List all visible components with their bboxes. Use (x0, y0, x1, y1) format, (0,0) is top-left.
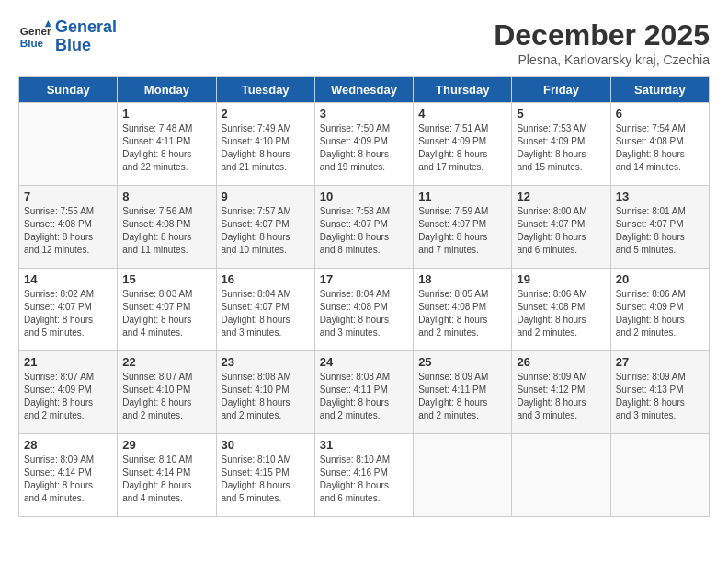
weekday-header-friday: Friday (512, 77, 610, 103)
calendar-cell (19, 103, 118, 186)
day-info: Sunrise: 8:06 AM Sunset: 4:09 PM Dayligh… (616, 288, 704, 339)
day-number: 5 (517, 107, 605, 121)
calendar-cell: 29Sunrise: 8:10 AM Sunset: 4:14 PM Dayli… (118, 434, 216, 517)
day-info: Sunrise: 8:04 AM Sunset: 4:08 PM Dayligh… (320, 288, 408, 339)
calendar-cell: 14Sunrise: 8:02 AM Sunset: 4:07 PM Dayli… (19, 269, 118, 351)
day-info: Sunrise: 8:06 AM Sunset: 4:08 PM Dayligh… (517, 288, 605, 339)
day-number: 24 (320, 355, 408, 369)
day-info: Sunrise: 8:09 AM Sunset: 4:13 PM Dayligh… (616, 371, 704, 422)
day-info: Sunrise: 7:56 AM Sunset: 4:08 PM Dayligh… (122, 205, 210, 257)
calendar-cell: 30Sunrise: 8:10 AM Sunset: 4:15 PM Dayli… (216, 434, 314, 517)
calendar-cell: 3Sunrise: 7:50 AM Sunset: 4:09 PM Daylig… (314, 103, 413, 186)
calendar-week-2: 7Sunrise: 7:55 AM Sunset: 4:08 PM Daylig… (19, 186, 710, 269)
calendar-cell: 19Sunrise: 8:06 AM Sunset: 4:08 PM Dayli… (512, 269, 610, 351)
day-info: Sunrise: 8:03 AM Sunset: 4:07 PM Dayligh… (122, 288, 210, 339)
day-info: Sunrise: 7:59 AM Sunset: 4:07 PM Dayligh… (418, 205, 506, 257)
day-number: 28 (24, 438, 112, 452)
day-info: Sunrise: 8:08 AM Sunset: 4:11 PM Dayligh… (320, 371, 408, 422)
calendar-cell: 12Sunrise: 8:00 AM Sunset: 4:07 PM Dayli… (512, 186, 610, 269)
calendar-cell: 13Sunrise: 8:01 AM Sunset: 4:07 PM Dayli… (610, 186, 709, 269)
logo-text-line1: General (55, 18, 117, 37)
logo-icon: General Blue (18, 20, 51, 53)
location-subtitle: Plesna, Karlovarsky kraj, Czechia (494, 52, 710, 67)
calendar-cell: 15Sunrise: 8:03 AM Sunset: 4:07 PM Dayli… (118, 269, 216, 351)
day-info: Sunrise: 7:57 AM Sunset: 4:07 PM Dayligh… (222, 205, 310, 257)
day-number: 25 (418, 355, 506, 369)
day-info: Sunrise: 8:08 AM Sunset: 4:10 PM Dayligh… (222, 371, 310, 422)
day-info: Sunrise: 7:49 AM Sunset: 4:10 PM Dayligh… (222, 122, 310, 174)
calendar-cell: 11Sunrise: 7:59 AM Sunset: 4:07 PM Dayli… (414, 186, 512, 269)
day-info: Sunrise: 8:00 AM Sunset: 4:07 PM Dayligh… (517, 205, 605, 257)
day-number: 23 (222, 355, 310, 369)
weekday-header-thursday: Thursday (414, 77, 512, 103)
calendar-cell: 28Sunrise: 8:09 AM Sunset: 4:14 PM Dayli… (19, 434, 118, 517)
day-info: Sunrise: 8:02 AM Sunset: 4:07 PM Dayligh… (24, 288, 112, 339)
day-number: 19 (517, 272, 605, 286)
day-number: 1 (122, 107, 210, 121)
day-info: Sunrise: 7:58 AM Sunset: 4:07 PM Dayligh… (320, 205, 408, 257)
calendar-cell: 6Sunrise: 7:54 AM Sunset: 4:08 PM Daylig… (610, 103, 709, 186)
day-number: 9 (222, 190, 310, 203)
day-number: 4 (418, 107, 506, 121)
month-title: December 2025 (494, 18, 710, 52)
day-number: 12 (517, 190, 605, 203)
calendar-cell: 18Sunrise: 8:05 AM Sunset: 4:08 PM Dayli… (414, 269, 512, 351)
calendar-cell: 9Sunrise: 7:57 AM Sunset: 4:07 PM Daylig… (216, 186, 314, 269)
day-number: 22 (122, 355, 210, 369)
calendar-cell: 2Sunrise: 7:49 AM Sunset: 4:10 PM Daylig… (216, 103, 314, 186)
day-info: Sunrise: 7:55 AM Sunset: 4:08 PM Dayligh… (24, 205, 112, 257)
day-info: Sunrise: 8:07 AM Sunset: 4:09 PM Dayligh… (24, 371, 112, 422)
logo-text-line2: Blue (55, 37, 117, 55)
calendar-cell: 26Sunrise: 8:09 AM Sunset: 4:12 PM Dayli… (512, 351, 610, 434)
day-number: 20 (616, 272, 704, 286)
day-info: Sunrise: 7:54 AM Sunset: 4:08 PM Dayligh… (616, 122, 704, 174)
day-number: 17 (320, 272, 408, 286)
day-number: 8 (122, 190, 210, 203)
day-number: 30 (222, 438, 310, 452)
day-info: Sunrise: 8:10 AM Sunset: 4:15 PM Dayligh… (222, 454, 310, 505)
weekday-header-saturday: Saturday (610, 77, 709, 103)
calendar-cell: 24Sunrise: 8:08 AM Sunset: 4:11 PM Dayli… (314, 351, 413, 434)
day-number: 2 (222, 107, 310, 121)
day-info: Sunrise: 8:05 AM Sunset: 4:08 PM Dayligh… (418, 288, 506, 339)
calendar-cell: 22Sunrise: 8:07 AM Sunset: 4:10 PM Dayli… (118, 351, 216, 434)
day-number: 29 (122, 438, 210, 452)
calendar-cell: 27Sunrise: 8:09 AM Sunset: 4:13 PM Dayli… (610, 351, 709, 434)
day-info: Sunrise: 8:09 AM Sunset: 4:12 PM Dayligh… (517, 371, 605, 422)
day-number: 18 (418, 272, 506, 286)
day-info: Sunrise: 8:10 AM Sunset: 4:16 PM Dayligh… (320, 454, 408, 505)
day-number: 7 (24, 190, 112, 203)
calendar-cell: 1Sunrise: 7:48 AM Sunset: 4:11 PM Daylig… (118, 103, 216, 186)
page-header: General Blue General Blue December 2025 … (18, 18, 710, 67)
weekday-header-wednesday: Wednesday (314, 77, 413, 103)
weekday-header-monday: Monday (118, 77, 216, 103)
weekday-header-sunday: Sunday (19, 77, 118, 103)
day-number: 3 (320, 107, 408, 121)
day-number: 16 (222, 272, 310, 286)
calendar-table: SundayMondayTuesdayWednesdayThursdayFrid… (18, 76, 710, 517)
day-number: 31 (320, 438, 408, 452)
logo: General Blue General Blue (18, 18, 117, 55)
day-number: 10 (320, 190, 408, 203)
calendar-cell: 5Sunrise: 7:53 AM Sunset: 4:09 PM Daylig… (512, 103, 610, 186)
day-number: 26 (517, 355, 605, 369)
calendar-cell: 23Sunrise: 8:08 AM Sunset: 4:10 PM Dayli… (216, 351, 314, 434)
calendar-cell: 20Sunrise: 8:06 AM Sunset: 4:09 PM Dayli… (610, 269, 709, 351)
calendar-week-5: 28Sunrise: 8:09 AM Sunset: 4:14 PM Dayli… (19, 434, 710, 517)
calendar-week-3: 14Sunrise: 8:02 AM Sunset: 4:07 PM Dayli… (19, 269, 710, 351)
day-info: Sunrise: 7:51 AM Sunset: 4:09 PM Dayligh… (418, 122, 506, 174)
day-info: Sunrise: 8:10 AM Sunset: 4:14 PM Dayligh… (122, 454, 210, 505)
day-number: 21 (24, 355, 112, 369)
day-info: Sunrise: 7:48 AM Sunset: 4:11 PM Dayligh… (122, 122, 210, 174)
day-number: 13 (616, 190, 704, 203)
calendar-cell: 10Sunrise: 7:58 AM Sunset: 4:07 PM Dayli… (314, 186, 413, 269)
calendar-cell: 7Sunrise: 7:55 AM Sunset: 4:08 PM Daylig… (19, 186, 118, 269)
day-info: Sunrise: 8:01 AM Sunset: 4:07 PM Dayligh… (616, 205, 704, 257)
calendar-cell: 31Sunrise: 8:10 AM Sunset: 4:16 PM Dayli… (314, 434, 413, 517)
calendar-cell: 8Sunrise: 7:56 AM Sunset: 4:08 PM Daylig… (118, 186, 216, 269)
day-info: Sunrise: 8:09 AM Sunset: 4:11 PM Dayligh… (418, 371, 506, 422)
svg-text:Blue: Blue (20, 37, 44, 49)
calendar-cell: 25Sunrise: 8:09 AM Sunset: 4:11 PM Dayli… (414, 351, 512, 434)
day-info: Sunrise: 8:07 AM Sunset: 4:10 PM Dayligh… (122, 371, 210, 422)
calendar-cell: 21Sunrise: 8:07 AM Sunset: 4:09 PM Dayli… (19, 351, 118, 434)
